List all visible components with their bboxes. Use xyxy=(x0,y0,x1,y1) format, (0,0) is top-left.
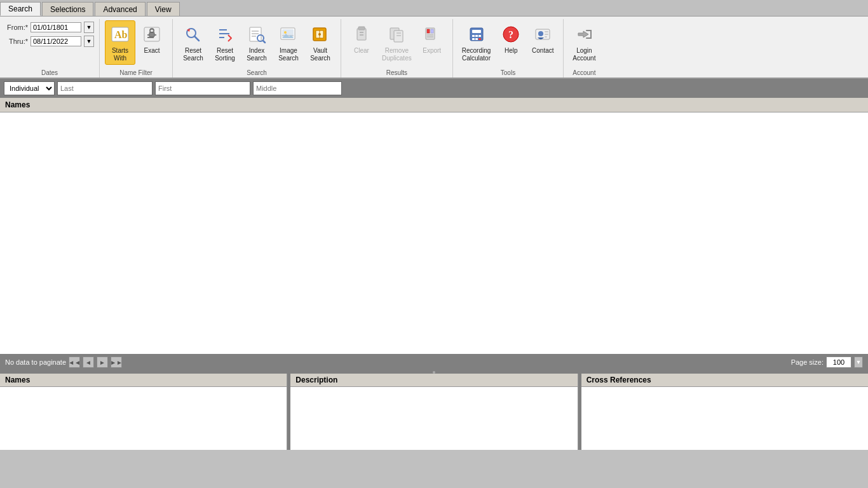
name-filter-label: Name Filter xyxy=(119,69,153,78)
names-table-container: Names xyxy=(0,98,868,354)
svg-rect-52 xyxy=(545,34,548,35)
thru-date-row: Thru:* ▼ xyxy=(5,36,94,47)
no-data-text: No data to paginate xyxy=(5,358,66,366)
svg-line-17 xyxy=(263,41,265,43)
image-search-icon xyxy=(277,23,300,46)
page-size-input[interactable] xyxy=(826,356,851,368)
remove-duplicates-button[interactable]: RemoveDuplicates xyxy=(378,20,416,65)
exact-label: Exact xyxy=(144,47,159,55)
exact-icon xyxy=(140,23,163,46)
bottom-panel-names: Names xyxy=(0,374,287,450)
thru-date-dropdown[interactable]: ▼ xyxy=(84,36,94,47)
pagination-right: Page size: ▼ xyxy=(791,356,863,368)
tools-group: RecordingCalculator ? Help xyxy=(453,19,564,78)
exact-button[interactable]: Exact xyxy=(137,20,167,57)
from-date-row: From:* ▼ xyxy=(5,22,94,33)
help-button[interactable]: ? Help xyxy=(496,20,526,57)
vault-search-icon xyxy=(309,23,332,46)
contact-label: Contact xyxy=(532,47,553,55)
svg-rect-51 xyxy=(545,31,548,32)
search-bar: Individual Business All xyxy=(0,79,868,98)
svg-text:Ab: Ab xyxy=(114,29,128,40)
bottom-panels: Names Description Cross References xyxy=(0,374,868,450)
reset-sorting-button[interactable]: ResetSorting xyxy=(210,20,240,65)
svg-rect-36 xyxy=(431,29,433,33)
recording-calculator-icon xyxy=(465,23,488,46)
first-page-button[interactable]: ◄◄ xyxy=(69,356,80,368)
search-buttons: ResetSearch ResetSorting xyxy=(178,20,336,69)
svg-point-50 xyxy=(538,31,543,36)
tab-view[interactable]: View xyxy=(147,2,180,16)
bottom-panel-description-header: Description xyxy=(290,374,577,387)
svg-rect-35 xyxy=(427,29,430,33)
svg-rect-45 xyxy=(475,38,478,40)
bottom-panel-names-header: Names xyxy=(0,374,287,387)
tab-selections[interactable]: Selections xyxy=(42,2,93,16)
last-page-button[interactable]: ►► xyxy=(111,356,122,368)
tab-advanced[interactable]: Advanced xyxy=(95,2,145,16)
index-search-label: IndexSearch xyxy=(247,47,267,62)
svg-rect-41 xyxy=(472,35,475,37)
last-name-input[interactable] xyxy=(57,81,153,95)
image-search-button[interactable]: ImageSearch xyxy=(273,20,304,65)
login-account-label: LoginAccount xyxy=(573,47,595,62)
bottom-panel-description-body xyxy=(290,387,577,450)
svg-rect-54 xyxy=(586,30,591,31)
results-group-label: Results xyxy=(386,69,407,78)
svg-rect-6 xyxy=(149,32,154,37)
svg-rect-12 xyxy=(250,27,261,41)
login-account-button[interactable]: LoginAccount xyxy=(569,20,599,65)
name-filter-group: Ab StartsWith xyxy=(100,19,173,78)
contact-icon xyxy=(531,23,554,46)
remove-duplicates-label: RemoveDuplicates xyxy=(382,47,412,62)
recording-calculator-button[interactable]: RecordingCalculator xyxy=(458,20,495,65)
starts-with-label: StartsWith xyxy=(112,47,128,62)
search-type-select[interactable]: Individual Business All xyxy=(4,81,55,95)
names-table-body xyxy=(0,112,868,354)
contact-button[interactable]: Contact xyxy=(527,20,558,57)
bottom-panel-description: Description xyxy=(290,374,578,450)
prev-page-button[interactable]: ◄ xyxy=(83,356,94,368)
tools-buttons: RecordingCalculator ? Help xyxy=(458,20,559,69)
ribbon: From:* ▼ Thru:* ▼ Dates Ab StartsWith xyxy=(0,17,868,79)
help-label: Help xyxy=(505,47,518,55)
pagination-bar: No data to paginate ◄◄ ◄ ► ►► Page size:… xyxy=(0,354,868,370)
search-group-label: Search xyxy=(247,69,267,78)
vault-search-button[interactable]: VaultSearch xyxy=(305,20,336,65)
clear-icon xyxy=(350,23,373,46)
thru-date-input[interactable] xyxy=(31,36,81,46)
image-search-label: ImageSearch xyxy=(278,47,299,62)
page-size-dropdown[interactable]: ▼ xyxy=(854,356,863,368)
svg-rect-27 xyxy=(358,27,365,30)
starts-with-icon: Ab xyxy=(109,23,132,46)
help-icon: ? xyxy=(499,23,522,46)
tools-group-label: Tools xyxy=(501,69,515,78)
export-icon xyxy=(421,23,444,46)
starts-with-button[interactable]: Ab StartsWith xyxy=(105,20,135,65)
middle-name-input[interactable] xyxy=(253,81,342,95)
svg-point-25 xyxy=(318,33,321,36)
svg-text:?: ? xyxy=(508,29,513,40)
index-search-icon xyxy=(245,23,268,46)
results-group: Clear RemoveDuplicates xyxy=(341,19,453,78)
account-buttons: LoginAccount xyxy=(569,20,599,69)
clear-button[interactable]: Clear xyxy=(346,20,377,57)
reset-search-button[interactable]: ResetSearch xyxy=(178,20,208,65)
svg-rect-26 xyxy=(357,29,366,40)
export-button[interactable]: Export xyxy=(417,20,447,57)
from-label: From:* xyxy=(5,24,28,31)
from-date-input[interactable] xyxy=(31,22,81,32)
first-name-input[interactable] xyxy=(155,81,250,95)
tab-search[interactable]: Search xyxy=(0,2,41,16)
index-search-button[interactable]: IndexSearch xyxy=(241,20,272,65)
reset-search-label: ResetSearch xyxy=(183,47,203,62)
bottom-panel-cross-references-header: Cross References xyxy=(581,374,868,387)
clear-label: Clear xyxy=(354,47,369,55)
drag-dot xyxy=(433,371,435,374)
next-page-button[interactable]: ► xyxy=(97,356,108,368)
account-group-label: Account xyxy=(573,69,595,78)
page-size-label: Page size: xyxy=(791,358,824,366)
svg-rect-55 xyxy=(586,37,591,39)
svg-rect-46 xyxy=(478,38,481,40)
from-date-dropdown[interactable]: ▼ xyxy=(84,22,94,33)
